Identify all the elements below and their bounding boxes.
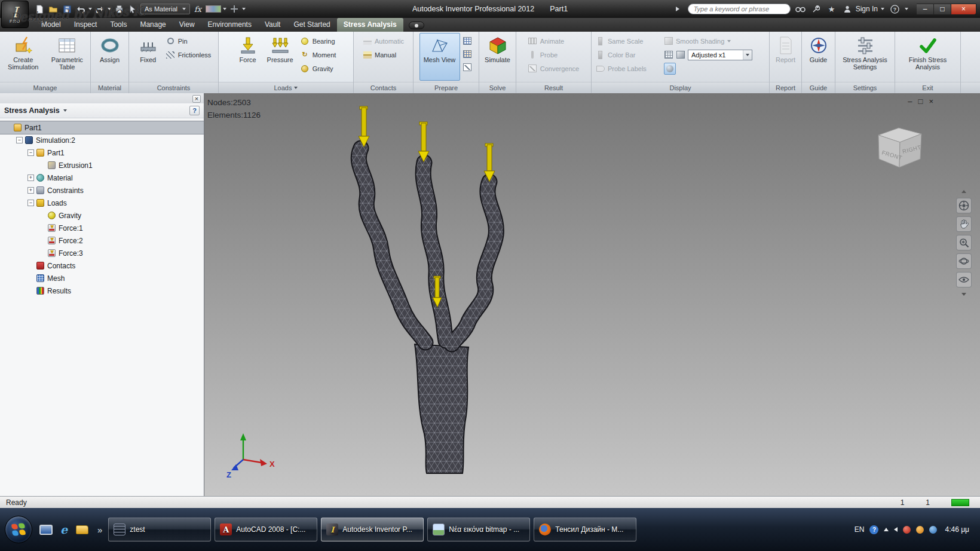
redo-icon[interactable] <box>94 3 106 15</box>
measure-dropdown-icon[interactable] <box>242 8 246 10</box>
browser-close-icon[interactable]: × <box>192 95 201 103</box>
bearing-load-button[interactable]: Bearing <box>298 35 339 47</box>
windows-explorer-button[interactable] <box>75 522 89 537</box>
tree-item-mesh[interactable]: Mesh <box>0 272 204 284</box>
tree-item-constraints[interactable]: +Constraints <box>0 184 204 197</box>
tree-item-part1[interactable]: Part1 <box>0 121 204 134</box>
tree-item-gravity[interactable]: Gravity <box>0 209 204 222</box>
tree-item-extrusion1[interactable]: Extrusion1 <box>0 159 204 172</box>
tree-item-loads[interactable]: −Loads <box>0 197 204 209</box>
parametric-table-button[interactable]: Parametric Table <box>46 33 89 81</box>
view-cube[interactable]: FRONT RIGHT <box>872 120 927 172</box>
tray-update-icon[interactable] <box>916 526 924 534</box>
binoculars-icon[interactable] <box>795 4 806 14</box>
open-file-icon[interactable] <box>47 3 59 15</box>
appearance-swatch[interactable] <box>206 5 221 13</box>
animate-button[interactable]: Animate <box>526 35 581 47</box>
doc-restore-icon[interactable]: □ <box>918 97 923 106</box>
finish-stress-analysis-button[interactable]: Finish Stress Analysis <box>898 33 958 81</box>
tree-item-contacts[interactable]: Contacts <box>0 259 204 272</box>
zoom-button[interactable] <box>956 235 972 250</box>
start-button[interactable] <box>5 516 32 543</box>
taskbar-button-bitmap[interactable]: Νέα εικόνα bitmap - ... <box>427 518 530 541</box>
tree-item-material[interactable]: +Material <box>0 172 204 184</box>
pressure-load-button[interactable]: Pressure <box>264 33 297 81</box>
create-simulation-button[interactable]: Create Simulation <box>2 33 45 81</box>
tab-manage[interactable]: Manage <box>133 18 172 32</box>
show-desktop-button[interactable] <box>39 522 53 537</box>
scale-display-icon[interactable] <box>664 50 673 59</box>
inventor-app-button[interactable]: I PRO <box>1 1 29 28</box>
mesh-view-button[interactable]: Mesh View <box>419 33 460 81</box>
chevron-down-icon[interactable] <box>63 109 67 112</box>
guide-button[interactable]: Guide <box>804 33 833 81</box>
orbit-button[interactable] <box>956 253 972 269</box>
legend-display-icon[interactable] <box>676 50 685 59</box>
material-style-combo[interactable]: As Material <box>140 4 190 14</box>
tab-tools[interactable]: Tools <box>103 18 133 32</box>
assign-material-button[interactable]: Assign <box>93 33 127 81</box>
pan-hand-button[interactable] <box>956 216 972 232</box>
measure-icon[interactable] <box>228 3 240 15</box>
tab-view[interactable]: View <box>173 18 201 32</box>
appearance-dropdown-icon[interactable] <box>223 8 226 10</box>
tab-inspect[interactable]: Inspect <box>68 18 104 32</box>
doc-minimize-icon[interactable]: – <box>908 97 912 106</box>
convergence-button[interactable]: Convergence <box>526 62 581 75</box>
tree-expander[interactable]: − <box>16 137 23 143</box>
save-icon[interactable] <box>61 3 73 15</box>
tab-stress-analysis[interactable]: Stress Analysis <box>337 18 403 32</box>
tray-chevron-icon[interactable] <box>894 527 898 532</box>
simulate-button[interactable]: Simulate <box>482 33 514 81</box>
local-mesh-control-button[interactable] <box>461 48 473 60</box>
tree-expander[interactable]: − <box>27 149 34 156</box>
tab-environments[interactable]: Environments <box>201 18 258 32</box>
tree-item-results[interactable]: Results <box>0 284 204 297</box>
internet-explorer-button[interactable]: e <box>57 522 71 537</box>
3d-model-canvas[interactable]: X Z <box>204 93 980 496</box>
help-icon[interactable]: ? <box>889 4 900 14</box>
nav-scroll-up-icon[interactable] <box>958 188 970 195</box>
convergence-settings-button[interactable] <box>461 61 473 73</box>
quick-launch-overflow-icon[interactable]: » <box>96 525 104 535</box>
probe-labels-button[interactable]: Probe Labels <box>593 62 656 75</box>
sign-in-button[interactable]: Sign In <box>842 4 884 14</box>
minimize-button[interactable]: – <box>917 4 934 15</box>
frictionless-constraint-button[interactable]: Frictionless <box>164 48 214 61</box>
adjusted-scale-combo[interactable]: Adjusted x1 <box>688 50 752 60</box>
tray-network-icon[interactable] <box>929 526 937 534</box>
select-tool-icon[interactable] <box>127 3 139 15</box>
gravity-load-button[interactable]: Gravity <box>298 62 339 75</box>
tree-item-force-2[interactable]: Force:2 <box>0 234 204 247</box>
pin-constraint-button[interactable]: Pin <box>164 35 214 47</box>
tree-expander[interactable]: − <box>27 200 34 206</box>
taskbar-button-browser[interactable]: Тенсил Дизайн - M... <box>534 518 636 541</box>
doc-close-icon[interactable]: × <box>929 97 933 106</box>
tree-expander[interactable]: + <box>27 175 34 181</box>
tree-expander[interactable]: + <box>27 187 34 194</box>
taskbar-button-autocad[interactable]: AAutoCAD 2008 - [C:... <box>215 518 317 541</box>
browser-help-icon[interactable]: ? <box>189 106 200 115</box>
ribbon-options-icon[interactable] <box>409 22 424 29</box>
tray-expand-icon[interactable] <box>884 528 889 531</box>
taskbar-button-notepad[interactable]: ztest <box>108 518 211 541</box>
clock[interactable]: 4:46 μμ <box>945 525 969 534</box>
smooth-shading-button[interactable]: Smooth Shading <box>662 35 755 47</box>
mesh-settings-button[interactable] <box>461 35 473 47</box>
close-button[interactable]: × <box>951 4 976 15</box>
full-navigation-wheel-button[interactable] <box>956 198 972 213</box>
force-load-button[interactable]: Force <box>234 33 262 81</box>
tree-item-force-3[interactable]: Force:3 <box>0 247 204 259</box>
look-at-button[interactable] <box>956 272 972 287</box>
tray-security-icon[interactable] <box>903 526 911 534</box>
tab-vault[interactable]: Vault <box>258 18 287 32</box>
wrench-icon[interactable] <box>811 4 822 14</box>
restore-button[interactable]: □ <box>934 4 951 15</box>
tree-item-part1[interactable]: −Part1 <box>0 146 204 159</box>
language-indicator[interactable]: EN <box>855 525 865 534</box>
taskbar-button-inventor[interactable]: IAutodesk Inventor P... <box>321 518 424 541</box>
moment-load-button[interactable]: ↻ Moment <box>298 48 339 61</box>
help-dropdown-icon[interactable] <box>905 8 908 10</box>
star-icon[interactable]: ★ <box>826 4 837 14</box>
nav-more-icon[interactable] <box>958 290 970 298</box>
